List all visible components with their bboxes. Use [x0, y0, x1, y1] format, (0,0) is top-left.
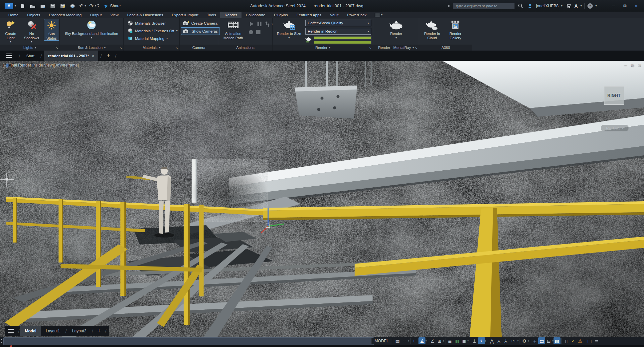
ribbon-display-dropdown-icon[interactable]: ▾ — [381, 13, 383, 16]
view-cube-face-label[interactable]: RIGHT — [607, 93, 621, 98]
menu-tab-tools[interactable]: Tools — [203, 12, 220, 18]
menu-tab-collaborate[interactable]: Collaborate — [242, 12, 270, 18]
annotation-monitor-icon[interactable]: ⅄ — [502, 337, 509, 344]
drawing-viewport[interactable]: [−][Final Render Inside View][3dWirefram… — [0, 61, 644, 337]
command-palette-icon[interactable]: ▤ — [538, 337, 545, 344]
model-space-button[interactable]: MODEL — [371, 338, 392, 344]
lineweight-icon[interactable]: ≣ — [446, 337, 453, 344]
polar-tracking-icon[interactable]: ∡ — [418, 337, 425, 344]
panel-label-sun-location[interactable]: Sun & Location ▾ ↘ — [60, 45, 123, 51]
clean-screen-icon[interactable]: ▢ — [586, 337, 593, 344]
graphics-performance-icon[interactable]: ▧ — [554, 337, 561, 344]
user-dropdown-icon[interactable]: ▾ — [561, 4, 563, 7]
autodesk-logo-icon[interactable]: A — [574, 3, 578, 9]
viewport-minimize-icon[interactable]: − — [624, 63, 627, 68]
user-avatar-icon[interactable] — [527, 3, 533, 9]
menu-tab-render[interactable]: Render — [220, 12, 242, 18]
save-icon[interactable] — [49, 3, 56, 9]
no-shadows-dropdown-icon[interactable]: ▾ — [31, 40, 32, 43]
panel-label-camera[interactable]: Camera — [180, 45, 218, 51]
render-gallery-button[interactable]: Render Gallery — [445, 19, 466, 40]
sun-location-panel-dropdown-icon[interactable]: ▾ — [104, 46, 105, 49]
lights-dialog-launcher-icon[interactable]: ↘ — [56, 46, 58, 50]
sun-status-button[interactable]: Sun Status — [44, 19, 59, 41]
polar-tracking-dropdown-icon[interactable]: ▾ — [425, 340, 427, 342]
play-icon[interactable] — [247, 21, 255, 27]
render-mentalray-dialog-launcher-icon[interactable]: ↘ — [415, 46, 417, 50]
tab-layout1[interactable]: Layout1 — [41, 326, 65, 336]
app-menu-dropdown-icon[interactable]: ▾ — [15, 4, 16, 7]
menu-tab-plug-ins[interactable]: Plug-ins — [270, 12, 292, 18]
snap-mode-dropdown-icon[interactable]: ▾ — [408, 340, 409, 342]
help-icon[interactable]: ? — [587, 3, 593, 9]
grid-icon[interactable]: ▦ — [394, 337, 401, 344]
render-button[interactable]: Render ▾ — [387, 19, 406, 39]
menu-tab-vault[interactable]: Vault — [326, 12, 343, 18]
app-menu-button[interactable]: A — [5, 3, 13, 9]
create-camera-button[interactable]: Create Camera — [181, 20, 219, 27]
materials-dialog-launcher-icon[interactable]: ↘ — [175, 46, 178, 50]
restore-button[interactable]: ⧉ — [619, 1, 631, 11]
open-file-icon[interactable] — [29, 3, 36, 9]
panel-label-render-mentalray[interactable]: Render - MentalRay ▾ ↘ — [373, 45, 419, 51]
panel-label-animations[interactable]: Animations — [218, 45, 272, 51]
search-icon[interactable] — [517, 3, 524, 9]
dynamic-input-icon[interactable]: ⌖ — [478, 337, 485, 344]
stop-icon[interactable] — [256, 30, 260, 34]
minimize-button[interactable]: − — [608, 1, 619, 11]
menu-tab-home[interactable]: Home — [4, 12, 23, 18]
create-light-dropdown-icon[interactable]: ▾ — [10, 40, 11, 43]
isometric-drafting-icon[interactable]: ∠ — [429, 337, 436, 344]
command-line-grip[interactable] — [0, 337, 3, 344]
annotation-scale-icon[interactable]: 1:1 — [509, 337, 517, 344]
view-cube[interactable]: RIGHT — [604, 86, 624, 105]
osnap-3d-dropdown-icon[interactable]: ▾ — [467, 340, 469, 342]
file-tabs-menu-icon[interactable] — [6, 54, 12, 58]
render-mentalray-panel-dropdown-icon[interactable]: ▾ — [412, 46, 414, 49]
isolate-objects-icon[interactable]: ⊟ — [545, 337, 552, 344]
viewport-restore-icon[interactable]: ⧉ — [631, 63, 634, 68]
tab-layout2[interactable]: Layout2 — [68, 326, 91, 336]
command-line-input[interactable] — [3, 337, 374, 345]
annotation-autoscale-icon[interactable]: ⋏ — [495, 337, 502, 344]
panel-label-a360[interactable]: A360 — [419, 45, 472, 51]
materials-browser-button[interactable]: Materials Browser — [126, 20, 167, 27]
menu-tab-objects[interactable]: Objects — [23, 12, 45, 18]
new-file-icon[interactable] — [19, 3, 26, 9]
render-in-cloud-button[interactable]: Render in Cloud — [421, 19, 443, 40]
osnap-3d-icon[interactable]: ▣ — [460, 337, 467, 344]
osnap-tracking-dropdown-icon[interactable]: ▾ — [443, 340, 444, 342]
record-icon[interactable] — [249, 30, 253, 34]
no-shadows-button[interactable]: No Shadows ▾ — [21, 19, 42, 43]
open-sheet-set-icon[interactable] — [39, 3, 46, 9]
create-light-button[interactable]: Create Light ▾ — [1, 19, 20, 43]
workspace-switching-dropdown-icon[interactable]: ▾ — [528, 340, 529, 342]
viewport-controls-label[interactable]: [−][Final Render Inside View][3dWirefram… — [3, 63, 79, 68]
viewport-canvas[interactable] — [0, 61, 644, 337]
menu-tab-view[interactable]: View — [106, 12, 123, 18]
close-tab-icon[interactable]: × — [92, 54, 94, 58]
snap-mode-icon[interactable]: ∷ — [401, 337, 408, 344]
dynamic-ucs-icon[interactable]: ⊥ — [471, 337, 478, 344]
panel-label-render[interactable]: Render ▾ ↘ — [273, 45, 373, 51]
sun-location-dialog-launcher-icon[interactable]: ↘ — [119, 46, 122, 50]
render-dropdown-icon[interactable]: ▾ — [396, 36, 397, 39]
ucs-selector[interactable]: RE_UCS ▾ — [601, 125, 629, 131]
render-dialog-launcher-icon[interactable]: ↘ — [369, 46, 372, 50]
dynamic-input-dropdown-icon[interactable]: ▾ — [485, 340, 486, 342]
autodesk-dropdown-icon[interactable]: ▾ — [580, 4, 582, 7]
lights-panel-dropdown-icon[interactable]: ▾ — [35, 46, 36, 49]
walk-animation-icon[interactable] — [263, 21, 271, 27]
animation-motion-path-button[interactable]: Animation Motion Path — [220, 19, 247, 40]
transparency-icon[interactable]: ▥ — [453, 337, 460, 344]
ortho-mode-icon[interactable]: ∟ — [411, 337, 418, 344]
annotation-scale-dropdown-icon[interactable]: ▾ — [517, 340, 519, 342]
render-target-select[interactable]: Render in Region ▾ — [305, 28, 371, 35]
undo-icon[interactable]: ↶ — [79, 3, 83, 9]
material-mapping-button[interactable]: Material Mapping ▾ — [126, 35, 169, 42]
crosshair-icon[interactable]: + — [531, 337, 538, 344]
materials-textures-dropdown-icon[interactable]: ▾ — [176, 29, 178, 32]
signed-in-user[interactable]: jonellXUEB8 — [536, 4, 558, 8]
pause-icon[interactable] — [255, 21, 263, 27]
file-tab-active-document[interactable]: render trial 001 - 2907* × — [44, 51, 98, 61]
